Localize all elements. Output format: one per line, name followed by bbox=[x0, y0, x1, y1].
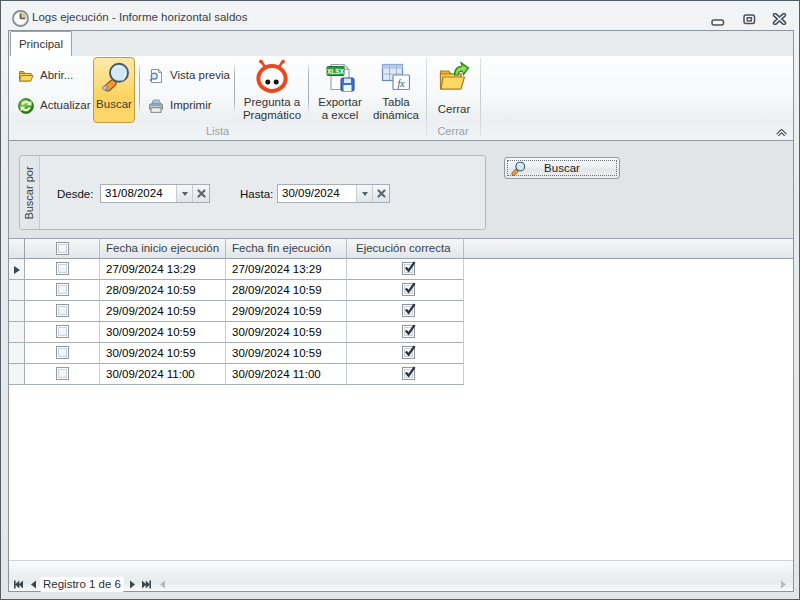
row-select-cell[interactable] bbox=[25, 301, 100, 322]
table-row[interactable]: 27/09/2024 13:29 27/09/2024 13:29 bbox=[9, 259, 793, 280]
cerrar-button[interactable]: Cerrar bbox=[429, 58, 479, 124]
desde-dropdown-button[interactable] bbox=[176, 185, 192, 202]
row-checkbox[interactable] bbox=[56, 262, 69, 275]
hasta-date-editor[interactable]: 30/09/2024 bbox=[277, 184, 390, 203]
buscar-button[interactable]: Buscar bbox=[504, 157, 620, 179]
row-select-cell[interactable] bbox=[25, 343, 100, 364]
row-checkbox[interactable] bbox=[56, 367, 69, 380]
correcta-checkbox[interactable] bbox=[402, 262, 415, 275]
last-record-button[interactable] bbox=[141, 579, 152, 591]
abrir-button[interactable]: Abrir... bbox=[14, 64, 90, 88]
actualizar-label: Actualizar bbox=[40, 99, 91, 111]
row-checkbox[interactable] bbox=[56, 304, 69, 317]
hasta-value[interactable]: 30/09/2024 bbox=[278, 185, 356, 202]
scroll-right-button[interactable] bbox=[780, 579, 787, 591]
data-grid: Fecha inicio ejecución Fecha fin ejecuci… bbox=[9, 238, 793, 591]
table-row[interactable]: 29/09/2024 10:59 29/09/2024 10:59 bbox=[9, 301, 793, 322]
first-record-button[interactable] bbox=[13, 579, 24, 591]
prev-record-button[interactable] bbox=[30, 579, 37, 591]
buscar-ribbon-label: Buscar bbox=[94, 98, 134, 110]
table-row[interactable]: 30/09/2024 10:59 30/09/2024 10:59 bbox=[9, 322, 793, 343]
printer-icon bbox=[148, 98, 164, 114]
row-select-cell[interactable] bbox=[25, 280, 100, 301]
indicator-header bbox=[9, 239, 25, 258]
cell-fecha-inicio[interactable]: 28/09/2024 10:59 bbox=[100, 280, 226, 301]
filler-header bbox=[464, 239, 793, 258]
grid-rows: 27/09/2024 13:29 27/09/2024 13:29 28/09/… bbox=[9, 259, 793, 385]
buscar-ribbon-button[interactable]: Buscar bbox=[93, 57, 135, 123]
hasta-clear-button[interactable] bbox=[372, 185, 389, 202]
table-row[interactable]: 30/09/2024 10:59 30/09/2024 10:59 bbox=[9, 343, 793, 364]
exportar-excel-button[interactable]: XLSX Exportara excel bbox=[312, 58, 368, 124]
column-header-fecha-inicio[interactable]: Fecha inicio ejecución bbox=[100, 239, 226, 258]
title-bar[interactable]: Logs ejecución - Informe horizontal sald… bbox=[2, 2, 800, 30]
cell-fecha-inicio[interactable]: 30/09/2024 11:00 bbox=[100, 364, 226, 385]
cell-filler bbox=[464, 301, 793, 322]
cell-fecha-fin[interactable]: 30/09/2024 11:00 bbox=[226, 364, 347, 385]
close-button[interactable] bbox=[772, 13, 787, 27]
hasta-dropdown-button[interactable] bbox=[356, 185, 372, 202]
cell-fecha-fin[interactable]: 27/09/2024 13:29 bbox=[226, 259, 347, 280]
desde-clear-button[interactable] bbox=[192, 185, 209, 202]
row-select-cell[interactable] bbox=[25, 259, 100, 280]
pregunta-pragmatico-button[interactable]: Pregunta aPragmático bbox=[239, 58, 305, 124]
row-select-cell[interactable] bbox=[25, 322, 100, 343]
select-all-column-header[interactable] bbox=[25, 239, 100, 258]
cell-fecha-fin[interactable]: 29/09/2024 10:59 bbox=[226, 301, 347, 322]
cell-filler bbox=[464, 364, 793, 385]
cell-fecha-fin[interactable]: 30/09/2024 10:59 bbox=[226, 322, 347, 343]
cell-ejecucion-correcta[interactable] bbox=[347, 301, 464, 322]
correcta-checkbox[interactable] bbox=[402, 283, 415, 296]
buscar-por-tab[interactable]: Buscar por bbox=[20, 156, 40, 229]
column-header-ejecucion-correcta[interactable]: Ejecución correcta bbox=[347, 239, 464, 258]
cell-fecha-inicio[interactable]: 29/09/2024 10:59 bbox=[100, 301, 226, 322]
cell-fecha-fin[interactable]: 28/09/2024 10:59 bbox=[226, 280, 347, 301]
maximize-button[interactable] bbox=[743, 14, 756, 27]
desde-value[interactable]: 31/08/2024 bbox=[101, 185, 176, 202]
vista-previa-button[interactable]: Vista previa bbox=[144, 64, 238, 88]
cell-ejecucion-correcta[interactable] bbox=[347, 322, 464, 343]
row-checkbox[interactable] bbox=[56, 346, 69, 359]
minimize-button[interactable] bbox=[711, 17, 725, 29]
next-record-button[interactable] bbox=[129, 579, 136, 591]
tab-principal[interactable]: Principal bbox=[10, 31, 72, 56]
row-checkbox[interactable] bbox=[56, 283, 69, 296]
correcta-checkbox[interactable] bbox=[402, 325, 415, 338]
correcta-checkbox[interactable] bbox=[402, 346, 415, 359]
row-select-cell[interactable] bbox=[25, 364, 100, 385]
column-header-fecha-fin[interactable]: Fecha fin ejecución bbox=[226, 239, 347, 258]
pregunta-label: Pregunta aPragmático bbox=[239, 96, 305, 122]
collapse-ribbon-chevron-icon[interactable] bbox=[776, 127, 787, 136]
imprimir-button[interactable]: Imprimir bbox=[144, 94, 226, 118]
clock-window-icon bbox=[12, 10, 29, 27]
buscar-button-label: Buscar bbox=[505, 162, 619, 174]
correcta-checkbox[interactable] bbox=[402, 304, 415, 317]
close-folder-icon bbox=[438, 61, 470, 93]
correcta-checkbox[interactable] bbox=[402, 367, 415, 380]
cell-ejecucion-correcta[interactable] bbox=[347, 259, 464, 280]
scroll-left-button[interactable] bbox=[159, 579, 166, 591]
actualizar-button[interactable]: Actualizar bbox=[14, 94, 96, 118]
select-all-checkbox[interactable] bbox=[56, 242, 69, 255]
tabla-dinamica-button[interactable]: fx Tabladinámica bbox=[368, 58, 424, 124]
app-window: Logs ejecución - Informe horizontal sald… bbox=[0, 0, 800, 600]
cell-fecha-inicio[interactable]: 27/09/2024 13:29 bbox=[100, 259, 226, 280]
cell-ejecucion-correcta[interactable] bbox=[347, 364, 464, 385]
row-checkbox[interactable] bbox=[56, 325, 69, 338]
cell-fecha-fin[interactable]: 30/09/2024 10:59 bbox=[226, 343, 347, 364]
cell-fecha-inicio[interactable]: 30/09/2024 10:59 bbox=[100, 343, 226, 364]
tabla-label-line1: Tabla bbox=[382, 96, 410, 108]
pivot-table-icon: fx bbox=[380, 61, 412, 93]
desde-date-editor[interactable]: 31/08/2024 bbox=[100, 184, 210, 203]
table-row[interactable]: 28/09/2024 10:59 28/09/2024 10:59 bbox=[9, 280, 793, 301]
cell-ejecucion-correcta[interactable] bbox=[347, 280, 464, 301]
grid-header-row: Fecha inicio ejecución Fecha fin ejecuci… bbox=[9, 238, 793, 259]
ribbon: Abrir... Actualizar bbox=[9, 56, 793, 141]
cell-ejecucion-correcta[interactable] bbox=[347, 343, 464, 364]
group-label-lista: Lista bbox=[9, 125, 426, 138]
cell-fecha-inicio[interactable]: 30/09/2024 10:59 bbox=[100, 322, 226, 343]
row-indicator bbox=[9, 364, 25, 385]
pregunta-label-line1: Pregunta a bbox=[244, 96, 300, 108]
group-divider bbox=[480, 58, 481, 136]
table-row[interactable]: 30/09/2024 11:00 30/09/2024 11:00 bbox=[9, 364, 793, 385]
